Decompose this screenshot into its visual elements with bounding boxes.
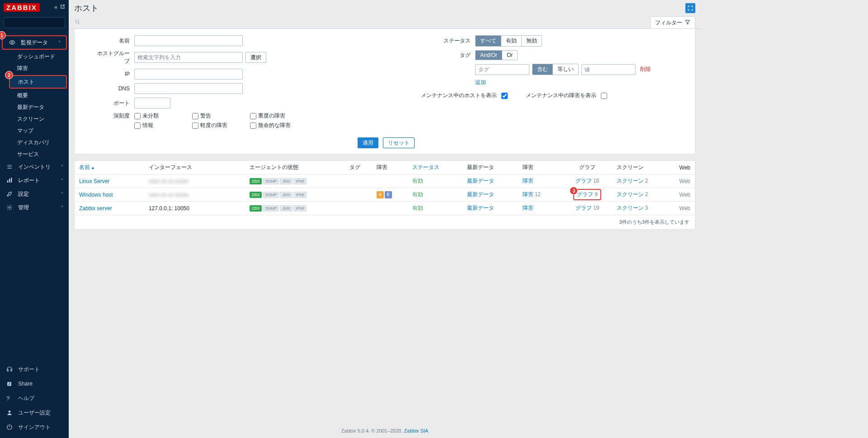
badge-snmp: SNMP [263,178,279,184]
status-enabled[interactable]: 有効 [412,178,423,184]
filter-tab-label: フィルター [655,19,682,27]
link-latest[interactable]: 最新データ [467,191,494,198]
link-graph[interactable]: グラフ [576,205,592,211]
sidebar-collapse-icon[interactable]: « [54,4,57,10]
nav-monitoring[interactable]: 監視データ ˄ [3,36,66,49]
input-tag-name[interactable] [475,64,529,75]
link-graph[interactable]: グラフ [576,178,592,184]
chk-maint-prob[interactable]: メンテナンス中の障害を表示 [526,92,607,99]
th-status[interactable]: ステータス [408,161,462,174]
kiosk-button[interactable] [685,3,695,13]
host-name-link[interactable]: Linux Server [79,178,109,184]
input-dns[interactable] [134,83,243,94]
sidebar-search[interactable] [4,17,65,28]
chevron-down-icon: ˅ [61,192,63,197]
wrench-icon [6,191,14,197]
host-table: 名前▲ インターフェース エージェントの状態 タグ 障害 ステータス 最新データ… [74,160,695,230]
status-enabled[interactable]: 有効 [501,36,522,46]
tag-equals[interactable]: 等しい [553,64,578,75]
logo[interactable]: ZABBIX [4,3,40,12]
btn-reset[interactable]: リセット [383,137,415,148]
host-name-link[interactable]: Zabbix server [79,205,112,212]
nav-help[interactable]: ?ヘルプ [0,391,69,405]
badge-ipmi: IPMI [293,178,307,184]
label-tag: タグ [421,52,475,59]
link-problems[interactable]: 障害 [523,191,533,198]
agent-badges: ZBXSNMPJMXIPMI [250,205,307,212]
badge-ipmi: IPMI [293,192,307,198]
tag-andor[interactable]: And/Or [476,51,502,60]
sev-1[interactable]: 警告 [192,112,242,120]
label-status: ステータス [421,37,475,45]
link-screen[interactable]: スクリーン [617,205,644,211]
th-name[interactable]: 名前▲ [75,161,144,174]
nav-sub-latest[interactable]: 最新データ [0,101,69,113]
link-problems[interactable]: 障害 [523,205,533,211]
sidebar-popout-icon[interactable] [60,4,65,10]
link-latest[interactable]: 最新データ [467,178,494,184]
nav-reports[interactable]: レポート ˅ [0,174,69,187]
nav-sub-screens[interactable]: スクリーン [0,113,69,125]
user-icon [6,410,14,416]
sev-3[interactable]: 情報 [134,122,184,129]
severity-badge-blue: 8 [385,191,392,198]
label-hostgroup: ホストグループ [93,50,134,65]
svg-point-1 [11,42,13,43]
tag-mode-toggle[interactable]: 含む 等しい [532,64,579,75]
link-tag-remove[interactable]: 削除 [640,66,651,73]
tag-logic-toggle[interactable]: And/Or Or [475,50,518,60]
svg-rect-4 [11,178,12,183]
nav-config[interactable]: 設定 ˅ [0,187,69,201]
host-name-link[interactable]: Windows host [79,192,113,198]
page-title: ホスト [74,3,99,14]
th-problems: 障害 [372,161,408,174]
input-hostgroup[interactable] [134,52,243,63]
funnel-icon [685,19,690,26]
status-all[interactable]: すべて [476,36,501,46]
tag-or[interactable]: Or [502,51,517,60]
label-name: 名前 [93,37,134,45]
filter-tab[interactable]: フィルター [650,16,695,28]
badge-jmx: JMX [280,192,292,198]
sev-4[interactable]: 軽度の障害 [192,122,242,129]
sev-5[interactable]: 致命的な障害 [250,122,300,129]
nav-signout[interactable]: サインアウト [0,420,69,434]
link-problems[interactable]: 障害 [523,178,533,184]
nav-sub-overview[interactable]: 概要 [0,89,69,101]
link-tag-add[interactable]: 追加 [475,79,486,86]
nav-support[interactable]: サポート [0,362,69,377]
input-port[interactable] [134,98,170,108]
status-enabled[interactable]: 有効 [412,191,423,198]
input-ip[interactable] [134,69,243,80]
btn-apply[interactable]: 適用 [358,137,378,148]
nav-sub-discovery[interactable]: ディスカバリ [0,137,69,148]
nav-sub-services[interactable]: サービス [0,148,69,160]
link-screen[interactable]: スクリーン [617,178,644,184]
badge-zbx: ZBX [250,178,262,184]
nav-sub-maps[interactable]: マップ [0,125,69,137]
sev-0[interactable]: 未分類 [134,112,184,120]
nav-user[interactable]: ユーザー設定 [0,405,69,420]
nav-sub-hosts[interactable]: ホスト [10,76,66,88]
sev-2[interactable]: 重度の障害 [250,112,300,120]
link-screen[interactable]: スクリーン [617,191,644,198]
status-enabled[interactable]: 有効 [412,205,423,211]
input-tag-value[interactable] [581,64,636,75]
page-header: ホスト [69,0,701,16]
label-severity: 深刻度 [93,112,134,120]
nav-share[interactable]: ZShare [0,377,69,391]
nav-admin[interactable]: 管理 ˅ [0,201,69,214]
nav-inventory[interactable]: インベントリ ˅ [0,160,69,174]
link-web: Web [679,205,690,212]
status-toggle[interactable]: すべて 有効 無効 [475,35,542,47]
sidebar-search-input[interactable] [7,19,75,26]
nav-help-label: ヘルプ [18,395,34,402]
input-name[interactable] [134,35,243,46]
status-disabled[interactable]: 無効 [522,36,542,46]
link-latest[interactable]: 最新データ [467,205,494,211]
btn-select-hostgroup[interactable]: 選択 [245,52,266,63]
nav-sub-dashboard[interactable]: ダッシュボード [0,51,69,62]
footer-link[interactable]: Zabbix SIA [404,428,429,433]
tag-contains[interactable]: 含む [533,64,553,75]
chk-maint-host[interactable]: メンテナンス中のホストを表示 [421,92,508,99]
